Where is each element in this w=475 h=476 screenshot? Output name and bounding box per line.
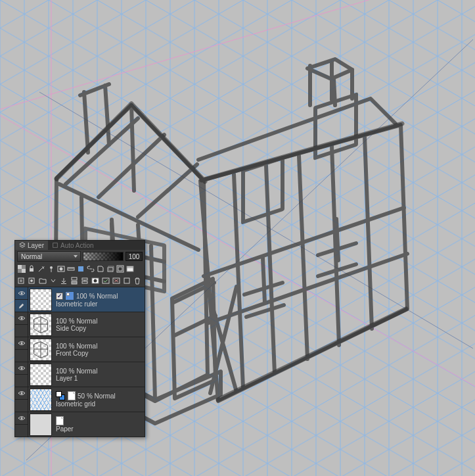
clear-layer-icon[interactable] xyxy=(122,275,131,286)
svg-point-43 xyxy=(20,417,22,419)
merge-down-icon[interactable] xyxy=(69,275,79,286)
panel-menu-icon[interactable] xyxy=(125,264,135,274)
svg-rect-31 xyxy=(82,278,87,280)
layer-toolbar-1 xyxy=(15,263,145,275)
layer-row-paper[interactable]: Paper xyxy=(15,412,145,437)
layer-thumbnail[interactable] xyxy=(30,314,52,336)
visibility-toggle[interactable] xyxy=(15,337,28,350)
color-label-icon[interactable] xyxy=(76,264,85,274)
layer-thumb-wrap xyxy=(28,387,53,412)
layer-row-layer_1[interactable]: 100 % NormalLayer 1 xyxy=(15,362,145,387)
mask-icon[interactable] xyxy=(56,264,66,274)
edit-indicator[interactable] xyxy=(15,400,28,412)
svg-rect-32 xyxy=(82,281,87,283)
visibility-toggle[interactable] xyxy=(15,412,28,425)
blend-mode-value: Normal xyxy=(21,253,42,260)
layer-name[interactable]: Layer 1 xyxy=(56,375,145,382)
layer-row-side_copy[interactable]: 100 % NormalSide Copy xyxy=(15,312,145,337)
ruler-toggle-icon[interactable] xyxy=(66,264,76,274)
layer-info: ✓100 % NormalIsometric ruler xyxy=(53,287,145,312)
layer-color-chip[interactable] xyxy=(56,391,65,400)
visibility-toggle[interactable] xyxy=(15,387,28,400)
link-icon[interactable] xyxy=(85,264,95,274)
svg-rect-28 xyxy=(61,283,66,284)
svg-rect-30 xyxy=(72,281,77,284)
visibility-toggle[interactable] xyxy=(15,362,28,375)
opacity-value[interactable]: 100 xyxy=(125,252,143,261)
tab-auto-action-label: Auto Action xyxy=(60,242,94,249)
layer-info-top: 100 % Normal xyxy=(56,343,145,350)
svg-rect-25 xyxy=(20,279,22,282)
layer-row-front_copy[interactable]: 100 % NormalFront Copy xyxy=(15,337,145,362)
layer-icon[interactable] xyxy=(105,264,115,274)
layer-thumbnail[interactable] xyxy=(30,414,52,436)
new-folder-icon[interactable] xyxy=(37,275,47,286)
layer-name[interactable]: Side Copy xyxy=(56,325,145,332)
layer-visibility-col xyxy=(15,287,28,312)
layer-name[interactable]: Isometric grid xyxy=(56,400,145,408)
visibility-toggle[interactable] xyxy=(15,287,28,300)
layer-toolbar-2 xyxy=(15,275,145,287)
add-mask-icon[interactable] xyxy=(90,275,100,286)
checkerboard-icon[interactable] xyxy=(16,264,26,274)
layer-name[interactable]: Front Copy xyxy=(56,350,145,357)
svg-rect-35 xyxy=(102,278,109,283)
layer-panel[interactable]: Layer Auto Action Normal 100 xyxy=(14,240,145,437)
layer-thumbnail[interactable] xyxy=(30,289,52,311)
layer-info-top: 100 % Normal xyxy=(56,318,145,325)
new-vector-layer-icon[interactable] xyxy=(27,275,37,286)
blend-row: Normal 100 xyxy=(15,250,145,263)
svg-rect-13 xyxy=(30,268,34,272)
svg-rect-37 xyxy=(124,278,129,283)
transfer-down-icon[interactable] xyxy=(58,275,68,286)
layer-info-top: ✓100 % Normal xyxy=(56,291,145,300)
pin-icon[interactable] xyxy=(46,264,56,274)
svg-rect-29 xyxy=(72,277,77,280)
edit-indicator[interactable] xyxy=(15,300,28,312)
layer-name[interactable]: Paper xyxy=(56,425,145,433)
tab-layer[interactable]: Layer xyxy=(15,241,48,250)
action-icon xyxy=(52,242,58,249)
layer-visibility-col xyxy=(15,387,28,412)
layer-row-isometric_ruler[interactable]: ✓100 % NormalIsometric ruler xyxy=(15,287,145,312)
edit-indicator[interactable] xyxy=(15,425,28,437)
layer-thumbnail[interactable] xyxy=(30,389,52,411)
layer-row-isometric_grid[interactable]: 50 % NormalIsometric grid xyxy=(15,387,145,412)
layer-visibility-col xyxy=(15,337,28,362)
frame-icon[interactable] xyxy=(115,264,125,274)
svg-point-40 xyxy=(20,343,22,345)
layer-visibility-col xyxy=(15,312,28,337)
layer-thumbnail[interactable] xyxy=(30,339,52,361)
reference-icon[interactable] xyxy=(95,264,105,274)
merge-visible-icon[interactable] xyxy=(79,275,89,286)
opacity-slider[interactable] xyxy=(83,252,124,261)
layer-list[interactable]: ✓100 % NormalIsometric ruler100 % Normal… xyxy=(15,287,145,437)
new-raster-layer-icon[interactable] xyxy=(16,275,26,286)
svg-point-16 xyxy=(59,268,62,271)
edit-indicator[interactable] xyxy=(15,375,28,387)
trash-icon[interactable] xyxy=(132,275,142,286)
page-icon xyxy=(68,391,76,400)
layer-name[interactable]: Isometric ruler xyxy=(56,300,145,308)
edit-indicator[interactable] xyxy=(15,325,28,337)
delete-mask-icon[interactable] xyxy=(111,275,121,286)
layer-info: 100 % NormalFront Copy xyxy=(53,337,145,362)
edit-indicator[interactable] xyxy=(15,350,28,362)
svg-point-14 xyxy=(50,266,53,269)
svg-rect-9 xyxy=(53,243,58,248)
chevron-down-icon[interactable] xyxy=(48,275,58,286)
svg-point-27 xyxy=(30,279,33,282)
lock-alpha-icon[interactable] xyxy=(26,264,36,274)
layer-opacity-label: 100 % Normal xyxy=(76,293,118,300)
wand-icon[interactable] xyxy=(36,264,46,274)
layer-info: 100 % NormalLayer 1 xyxy=(53,362,145,387)
ruler-icon xyxy=(65,291,74,300)
layer-opacity-label: 100 % Normal xyxy=(56,368,97,375)
blend-mode-select[interactable]: Normal xyxy=(17,251,81,262)
apply-mask-icon[interactable] xyxy=(101,275,110,286)
layer-thumbnail[interactable] xyxy=(30,364,52,386)
tab-auto-action[interactable]: Auto Action xyxy=(48,241,98,250)
svg-point-42 xyxy=(20,393,22,394)
visibility-toggle[interactable] xyxy=(15,312,28,325)
ruler-enable-checkbox[interactable]: ✓ xyxy=(56,293,63,300)
